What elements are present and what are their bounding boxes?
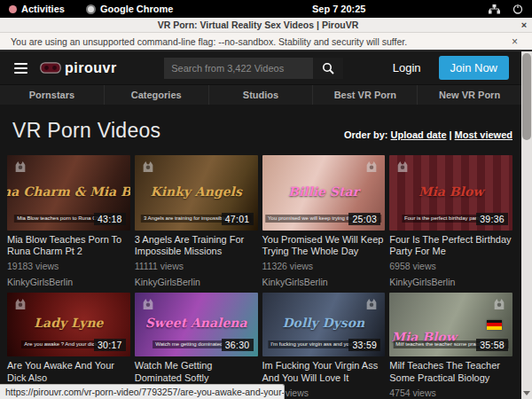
nav-item-studios[interactable]: Studios xyxy=(209,85,314,105)
scrollbar-thumb[interactable] xyxy=(522,53,531,140)
order-link-upload-date[interactable]: Upload date xyxy=(391,129,447,140)
scrollbar[interactable] xyxy=(521,51,532,399)
order-by-label: Order by: xyxy=(344,129,388,140)
video-views: 19183 views xyxy=(7,261,130,271)
duration-badge: 39:36 xyxy=(476,213,508,225)
video-grid: Runa Charm & Mia Blow Mia Blow teaches p… xyxy=(0,155,521,398)
thumbnail-overlay-name: Dolly Dyson xyxy=(282,317,364,331)
main-nav: Pornstars Categories Studios Best VR Por… xyxy=(0,84,521,105)
activities-label: Activities xyxy=(21,4,65,14)
chrome-app-label: Google Chrome xyxy=(100,4,174,14)
duration-badge: 33:59 xyxy=(348,339,380,351)
studio-watermark-cat-icon xyxy=(13,297,27,311)
video-thumbnail[interactable]: Billie Star You promised we will keep tr… xyxy=(262,155,386,231)
video-title-link[interactable]: Mia Blow Teaches Porn To Runa Charm Pt 2 xyxy=(7,234,130,257)
browser-tab[interactable]: VR Porn: Virtual Reality Sex Videos | Pi… xyxy=(0,20,516,30)
video-thumbnail[interactable]: Mia Blow Milf teaches the teacher some p… xyxy=(389,293,512,356)
video-thumbnail[interactable]: Dolly Dyson I'm fucking your virgin ass … xyxy=(262,293,386,356)
nav-item-best-vr-porn[interactable]: Best VR Porn xyxy=(313,85,418,105)
video-views: 6958 views xyxy=(389,261,512,271)
duration-badge: 43:18 xyxy=(94,213,126,225)
browser-tab-strip: VR Porn: Virtual Reality Sex Videos | Pi… xyxy=(0,18,532,33)
system-top-bar: Activities Google Chrome Sep 7 20:25 xyxy=(0,0,532,18)
video-thumbnail[interactable]: Kinky Angels 3 Angels are training for i… xyxy=(135,155,258,231)
page-title: VR Porn Videos xyxy=(12,119,160,143)
menu-button[interactable] xyxy=(14,63,27,74)
video-title-link[interactable]: Watch Me Getting Dominated Softly xyxy=(135,360,258,383)
login-link[interactable]: Login xyxy=(393,61,421,74)
video-card[interactable]: Mia Blow Four is the perfect birthday pa… xyxy=(389,155,512,287)
thumbnail-overlay-name: Runa Charm & Mia Blow xyxy=(7,184,130,199)
network-icon[interactable] xyxy=(489,4,500,14)
scroll-down-arrow-icon[interactable] xyxy=(523,391,530,395)
power-icon[interactable] xyxy=(512,4,523,14)
search-icon xyxy=(322,62,334,74)
warning-infobar: You are using an unsupported command-lin… xyxy=(0,33,532,51)
video-views: 11111 views xyxy=(135,261,258,271)
warning-text: You are using an unsupported command-lin… xyxy=(11,36,508,47)
page-viewport: pirouvr Login Join Now Pornstars Categor… xyxy=(0,51,521,399)
video-title-link[interactable]: Are You Awake And Your Dick Also xyxy=(7,360,130,383)
video-thumbnail[interactable]: Mia Blow Four is the perfect birthday pa… xyxy=(389,155,512,231)
studio-link[interactable]: KinkyGirlsBerlin xyxy=(135,277,258,287)
studio-watermark-cat-icon xyxy=(364,297,379,311)
video-card[interactable]: Billie Star You promised we will keep tr… xyxy=(262,155,386,287)
video-views: 11326 views xyxy=(262,261,386,271)
clock[interactable]: Sep 7 20:25 xyxy=(189,4,489,14)
duration-badge: 36:30 xyxy=(222,339,254,351)
duration-badge: 30:17 xyxy=(94,339,126,351)
status-url-popup: https://pirouvr.com/vr-porn-video/779325… xyxy=(0,384,285,399)
video-card[interactable]: Runa Charm & Mia Blow Mia Blow teaches p… xyxy=(7,155,130,287)
video-card[interactable]: Lady Lyne Are you awake ? And your dick … xyxy=(7,293,130,397)
video-card[interactable]: Kinky Angels 3 Angels are training for i… xyxy=(135,155,258,287)
studio-watermark-cat-icon xyxy=(13,160,27,174)
studio-watermark-cat-icon xyxy=(492,297,506,311)
page-title-row: VR Porn Videos Order by: Upload date|Mos… xyxy=(0,105,521,155)
video-card[interactable]: Mia Blow Milf teaches the teacher some p… xyxy=(389,293,512,397)
studio-link[interactable]: KinkyGirlsBerlin xyxy=(7,277,130,287)
video-card[interactable]: Sweet Analena Watch me getting dominated… xyxy=(135,293,258,397)
video-card[interactable]: Dolly Dyson I'm fucking your virgin ass … xyxy=(262,293,386,397)
studio-watermark-cat-icon xyxy=(141,160,155,174)
video-thumbnail[interactable]: Runa Charm & Mia Blow Mia Blow teaches p… xyxy=(7,155,130,231)
german-flag xyxy=(487,320,502,330)
chrome-app-menu-button[interactable]: Google Chrome xyxy=(86,4,174,14)
warning-close-icon[interactable]: × xyxy=(508,35,521,48)
thumbnail-overlay-name: Kinky Angels xyxy=(150,184,241,199)
vr-headset-icon xyxy=(40,62,61,74)
studio-watermark-cat-icon xyxy=(141,297,155,311)
video-thumbnail[interactable]: Sweet Analena Watch me getting dominated… xyxy=(135,293,258,356)
search-area xyxy=(138,58,370,79)
duration-badge: 25:03 xyxy=(348,213,380,225)
duration-badge: 47:01 xyxy=(222,213,254,225)
logo-text: pirouvr xyxy=(65,60,117,76)
order-link-most-viewed[interactable]: Most viewed xyxy=(455,129,512,140)
nav-item-new-vr-porn[interactable]: New VR Porn xyxy=(418,85,521,105)
search-button[interactable] xyxy=(313,58,343,79)
nav-item-categories[interactable]: Categories xyxy=(105,85,209,105)
site-logo[interactable]: pirouvr xyxy=(40,60,117,76)
site-header: pirouvr Login Join Now xyxy=(0,51,521,84)
order-by: Order by: Upload date|Most viewed xyxy=(344,129,512,143)
thumbnail-overlay-name: Sweet Analena xyxy=(145,317,247,331)
video-thumbnail[interactable]: Lady Lyne Are you awake ? And your dick … xyxy=(7,293,130,356)
tab-close-icon[interactable]: × xyxy=(516,20,532,30)
video-title-link[interactable]: Milf Teaches The Teacher Some Practical … xyxy=(389,360,512,383)
thumbnail-overlay-name: Lady Lyne xyxy=(34,317,103,331)
activities-button[interactable]: Activities xyxy=(9,4,65,14)
join-now-button[interactable]: Join Now xyxy=(439,56,509,80)
thumbnail-overlay-name: Billie Star xyxy=(288,184,359,199)
studio-link[interactable]: KinkyGirlsBerlin xyxy=(389,277,512,287)
studio-watermark-cat-icon xyxy=(364,160,379,174)
video-views: 4754 views xyxy=(389,387,512,398)
video-title-link[interactable]: Im Fucking Your Virgin Ass And You Will … xyxy=(262,360,386,383)
nav-item-pornstars[interactable]: Pornstars xyxy=(0,85,105,105)
studio-watermark-cat-icon xyxy=(395,160,410,174)
search-input[interactable] xyxy=(164,58,313,79)
video-title-link[interactable]: You Promised We Will Keep Trying The Who… xyxy=(262,234,386,257)
video-title-link[interactable]: 3 Angels Are Training For Impossible Mis… xyxy=(135,234,258,257)
video-title-link[interactable]: Four Is The Perfect Birthday Party For M… xyxy=(389,234,512,257)
chrome-icon xyxy=(86,4,96,14)
thumbnail-overlay-name: Mia Blow xyxy=(419,184,483,199)
studio-link[interactable]: KinkyGirlsBerlin xyxy=(262,277,386,287)
